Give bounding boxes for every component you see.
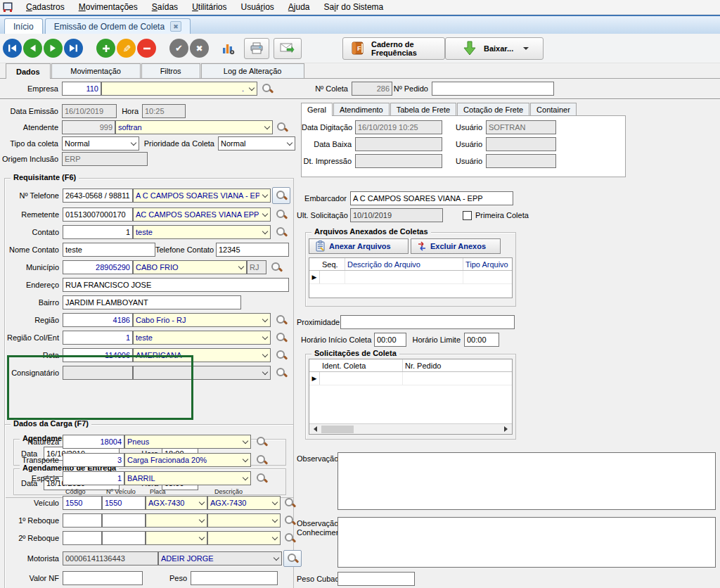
municipio-search-icon[interactable] [269, 260, 283, 274]
reboque2-search-icon[interactable] [283, 531, 297, 545]
telefone-contato-input[interactable] [216, 243, 289, 257]
remetente-search-icon[interactable] [274, 207, 288, 222]
transporte-code-input[interactable] [63, 453, 124, 467]
regiao-colent-combo[interactable]: teste [133, 331, 271, 345]
natureza-code-input[interactable] [63, 435, 124, 449]
valor-nf-input[interactable] [63, 571, 143, 585]
especie-search-icon[interactable] [255, 471, 269, 485]
cancel-button[interactable]: ✖ [190, 39, 209, 58]
remetente-input[interactable] [63, 207, 133, 222]
previous-record-button[interactable] [23, 39, 42, 58]
scroll-left-icon[interactable] [314, 426, 317, 432]
motorista-combo[interactable]: ADEIR JORGE [158, 551, 282, 565]
rota-code-input[interactable] [63, 348, 133, 362]
primeira-coleta-checkbox[interactable] [463, 211, 472, 220]
scrollbar-thumb[interactable] [321, 426, 354, 433]
regiao-code-input[interactable] [63, 313, 133, 327]
reboque2-numero-input[interactable] [102, 531, 146, 545]
consignatario-search-icon[interactable] [274, 366, 288, 380]
next-record-button[interactable] [44, 39, 63, 58]
especie-combo[interactable]: BARRIL [124, 471, 251, 485]
reboque1-codigo-input[interactable] [63, 513, 102, 528]
reboque2-descricao-combo[interactable] [207, 531, 281, 545]
reboque2-placa-combo[interactable] [146, 531, 207, 545]
empresa-code-input[interactable] [62, 82, 101, 96]
menu-saidas[interactable]: Saídas [146, 0, 184, 14]
delete-record-button[interactable] [137, 39, 156, 58]
baixar-button[interactable]: Baixar... [445, 37, 544, 60]
remetente-nome-combo[interactable]: AC CAMPOS SOARES VIANA EPP [133, 207, 271, 222]
bairro-input[interactable] [63, 295, 241, 309]
tab-filtros[interactable]: Filtros [141, 63, 200, 78]
proximidade-input[interactable] [340, 315, 515, 329]
veiculo-numero-input[interactable] [102, 496, 146, 510]
veiculo-codigo-input[interactable] [63, 496, 102, 510]
reboque1-search-icon[interactable] [283, 513, 297, 528]
rota-combo[interactable]: AMERICANA [133, 348, 271, 362]
anexar-arquivos-button[interactable]: Anexar Arquivos [309, 238, 409, 254]
observacao-conhecimento-textarea[interactable] [338, 517, 716, 568]
atendente-code-input[interactable] [62, 120, 115, 134]
telefone-input[interactable] [63, 188, 133, 203]
contato-nome-combo[interactable]: teste [133, 225, 271, 239]
atendente-combo[interactable]: softran [115, 120, 273, 134]
solicitacoes-grid[interactable]: Ident. Coleta Nr. Pedido ▶ [309, 359, 513, 435]
especie-code-input[interactable] [63, 471, 124, 485]
tab-emissao-ordem-coleta[interactable]: Emissão de Ordem de Coleta ✖ [45, 18, 191, 34]
consignatario-combo[interactable] [133, 366, 271, 380]
close-tab-icon[interactable]: ✖ [170, 21, 181, 32]
natureza-combo[interactable]: Pneus [124, 435, 251, 449]
last-record-button[interactable] [64, 39, 83, 58]
veiculo-search-icon[interactable] [283, 496, 297, 510]
edit-record-button[interactable]: ✎ [117, 39, 136, 58]
send-email-button[interactable] [274, 38, 302, 59]
menu-movimentacoes[interactable]: Movimentações [72, 0, 144, 14]
menu-usuarios[interactable]: Usuários [234, 0, 280, 14]
arquivos-grid-row[interactable]: ▶ [309, 271, 512, 284]
regiao-colent-search-icon[interactable] [274, 331, 288, 345]
observacao-textarea[interactable] [338, 452, 716, 510]
endereco-input[interactable] [63, 278, 289, 292]
peso-input[interactable] [191, 571, 278, 585]
regiao-combo[interactable]: Cabo Frio - RJ [133, 313, 271, 327]
first-record-button[interactable] [3, 39, 22, 58]
tipo-coleta-combo[interactable]: Normal [62, 136, 139, 151]
municipio-combo[interactable]: CABO FRIO [133, 260, 247, 274]
transporte-search-icon[interactable] [255, 453, 269, 467]
regiao-colent-code-input[interactable] [63, 331, 133, 345]
transporte-combo[interactable]: Carga Fracionada 20% [124, 453, 251, 467]
horario-limite-input[interactable] [464, 333, 499, 347]
arquivos-grid[interactable]: Seq. Descrição do Arquivo Tipo Arquivo ▶ [309, 257, 513, 298]
reboque1-descricao-combo[interactable] [207, 513, 281, 528]
menu-utilitarios[interactable]: Utilitários [186, 0, 233, 14]
tab-cotacao-frete[interactable]: Cotação de Frete [457, 103, 529, 115]
chart-button[interactable] [217, 38, 240, 59]
tab-container[interactable]: Container [530, 103, 577, 115]
tab-tabela-frete[interactable]: Tabela de Frete [390, 103, 456, 115]
empresa-search-icon[interactable] [260, 82, 274, 96]
menu-cadastros[interactable]: Cadastros [20, 0, 71, 14]
tab-log-alteracao[interactable]: Log de Alteração [201, 63, 304, 78]
tab-movimentacao[interactable]: Movimentação [51, 63, 141, 78]
menu-sair[interactable]: Sair do Sistema [318, 0, 390, 14]
solicitacoes-grid-row[interactable]: ▶ [309, 372, 512, 385]
prioridade-combo[interactable]: Normal [218, 136, 295, 151]
tab-dados[interactable]: Dados [6, 63, 51, 79]
natureza-search-icon[interactable] [255, 435, 269, 449]
reboque2-codigo-input[interactable] [63, 531, 102, 545]
reboque1-numero-input[interactable] [102, 513, 146, 528]
atendente-search-icon[interactable] [275, 120, 289, 134]
reboque1-placa-combo[interactable] [146, 513, 207, 528]
excluir-anexos-button[interactable]: Excluir Anexos [411, 238, 501, 254]
veiculo-descricao-combo[interactable]: AGX-7430 [207, 496, 281, 510]
scroll-right-icon[interactable] [504, 426, 508, 432]
veiculo-placa-combo[interactable]: AGX-7430 [146, 496, 207, 510]
peso-cubado-input[interactable] [338, 572, 415, 586]
confirm-button[interactable]: ✔ [169, 39, 188, 58]
empresa-combo[interactable]: . [101, 82, 257, 96]
municipio-code-input[interactable] [63, 260, 133, 274]
caderno-frequencias-button[interactable]: F Caderno deFrequências [342, 37, 445, 60]
print-button[interactable] [244, 38, 269, 59]
embarcador-input[interactable] [350, 191, 513, 205]
nome-contato-input[interactable] [63, 243, 155, 257]
